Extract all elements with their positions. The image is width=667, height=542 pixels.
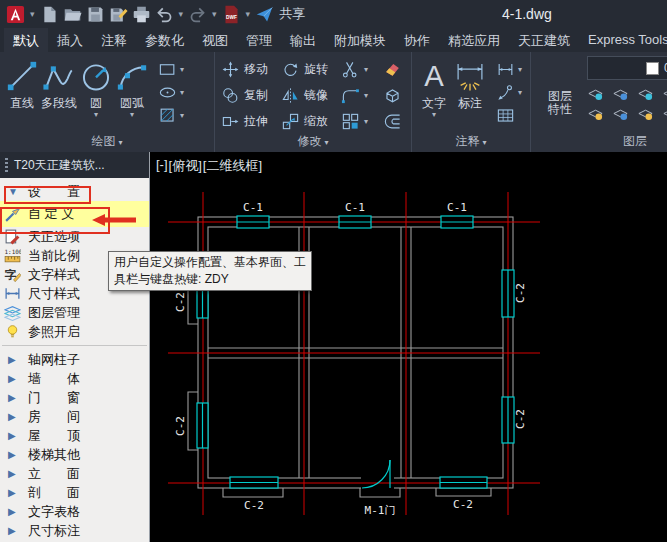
sidebar-item-text-table[interactable]: ▶文字表格 <box>0 502 149 521</box>
ribbon-tab-insert[interactable]: 插入 <box>48 28 92 52</box>
modify-stretch-button[interactable]: 拉伸 <box>221 108 281 134</box>
layer-unlock-icon[interactable] <box>662 105 667 122</box>
sidebar-item-ref-on[interactable]: 参照开启 <box>0 322 149 341</box>
dropdown-caret-icon[interactable]: ▾ <box>518 88 522 97</box>
ribbon-tab-home[interactable]: 默认 <box>4 28 48 52</box>
layer-freeze-icon[interactable] <box>637 85 654 102</box>
layer-isolate-icon[interactable] <box>612 85 629 102</box>
dropdown-caret-icon[interactable]: ▾ <box>364 91 368 100</box>
modify-offset-button[interactable] <box>383 108 409 134</box>
annotate-dim-linear-button[interactable]: ▾ <box>496 60 522 79</box>
sidebar-item-section[interactable]: ▶剖 面 <box>0 483 149 502</box>
open-folder-icon[interactable] <box>63 5 82 24</box>
dropdown-caret-icon[interactable]: ▾ <box>364 65 368 74</box>
layer-lock-icon[interactable] <box>662 85 667 102</box>
draw-circle-button[interactable]: 圆▾ <box>79 56 113 134</box>
modify-trim-button[interactable]: ▾ <box>341 56 383 82</box>
layer-on-icon[interactable] <box>587 105 604 122</box>
ribbon-tab-view[interactable]: 视图 <box>193 28 237 52</box>
sidebar-item-room[interactable]: ▶房 间 <box>0 407 149 426</box>
sidebar-item-roof[interactable]: ▶屋 顶 <box>0 426 149 445</box>
panel-label-draw[interactable]: 绘图▾ <box>0 133 214 150</box>
viewport-menu-control[interactable]: [-] <box>156 157 168 175</box>
app-logo-icon[interactable] <box>6 5 25 24</box>
triangle-right-icon: ▶ <box>8 525 20 536</box>
sidebar-title-bar[interactable]: T20天正建筑软... <box>0 152 149 178</box>
dropdown-caret-icon[interactable]: ▾ <box>432 111 436 119</box>
annotate-leader-button[interactable]: ▾ <box>496 83 522 102</box>
sidebar-item-wall[interactable]: ▶墙 体 <box>0 369 149 388</box>
new-file-icon[interactable] <box>40 5 59 24</box>
modify-explode-button[interactable] <box>383 82 409 108</box>
grip-handle-icon[interactable] <box>5 158 8 172</box>
scale-1-100-icon: 1:100 <box>4 247 21 264</box>
svg-text:1:100: 1:100 <box>5 248 21 255</box>
draw-arc-button[interactable]: 圆弧▾ <box>115 56 149 134</box>
draw-rectangle-button[interactable]: ▾ <box>158 60 184 79</box>
annotate-dimension-button[interactable]: 标注 <box>453 56 487 134</box>
layer-thaw-icon[interactable] <box>637 105 654 122</box>
draw-polyline-button[interactable]: 多段线 <box>41 56 77 134</box>
share-plane-icon[interactable] <box>255 5 274 24</box>
modify-scale-button[interactable]: 缩放 <box>281 108 341 134</box>
modify-mirror-button[interactable]: 镜像 <box>281 82 341 108</box>
draw-line-button[interactable]: 直线 <box>5 56 39 134</box>
ribbon-tab-tianzheng[interactable]: 天正建筑 <box>509 28 579 52</box>
dwf-underlay-icon[interactable]: DWF <box>222 5 241 24</box>
save-icon[interactable] <box>86 5 105 24</box>
sidebar-item-axis-grid-column[interactable]: ▶轴网柱子 <box>0 350 149 369</box>
save-as-icon[interactable] <box>109 5 128 24</box>
modify-array-button[interactable]: ▾ <box>341 108 383 134</box>
panel-label-annotate[interactable]: 注释▾ <box>412 133 530 150</box>
sidebar-item-door-window[interactable]: ▶门 窗 <box>0 388 149 407</box>
dropdown-caret-icon[interactable]: ▾ <box>180 88 184 97</box>
sidebar-item-layer-manage[interactable]: 图层管理 <box>0 303 149 322</box>
ribbon-tab-express-tools[interactable]: Express Tools <box>579 28 667 52</box>
ribbon-tab-featured-apps[interactable]: 精选应用 <box>439 28 509 52</box>
title-bar: ▾▾▾DWF▾共享 4-1.dwg <box>0 0 667 28</box>
modify-erase-button[interactable] <box>383 56 409 82</box>
mirror-icon <box>281 86 300 105</box>
dropdown-caret-icon[interactable]: ▾ <box>180 65 184 74</box>
share-label[interactable]: 共享 <box>279 5 305 23</box>
draw-ellipse-button[interactable]: ▾ <box>158 83 184 102</box>
plot-icon[interactable] <box>132 5 151 24</box>
dropdown-caret-icon[interactable]: ▾ <box>212 9 217 19</box>
sidebar-item-stairs-other[interactable]: ▶楼梯其他 <box>0 445 149 464</box>
ribbon-tab-parametric[interactable]: 参数化 <box>136 28 193 52</box>
sidebar-item-elevation[interactable]: ▶立 面 <box>0 464 149 483</box>
dropdown-caret-icon[interactable]: ▾ <box>94 111 98 119</box>
layer-properties-button[interactable]: 图层特性 <box>537 56 583 134</box>
sidebar-item-label: 尺寸样式 <box>28 285 80 303</box>
modify-move-button[interactable]: 移动 <box>221 56 281 82</box>
modify-copy-button[interactable]: 复制 <box>221 82 281 108</box>
ribbon-tab-annotate[interactable]: 注释 <box>92 28 136 52</box>
dropdown-caret-icon[interactable]: ▾ <box>364 117 368 126</box>
sidebar-item-dimension[interactable]: ▶尺寸标注 <box>0 521 149 540</box>
view-control[interactable]: [俯视] <box>169 157 202 175</box>
annotate-table-button[interactable] <box>496 106 522 125</box>
annotate-text-button[interactable]: A文字▾ <box>417 56 451 134</box>
dropdown-caret-icon[interactable]: ▾ <box>180 111 184 120</box>
ribbon-tab-addins[interactable]: 附加模块 <box>325 28 395 52</box>
draw-hatch-button[interactable]: ▾ <box>158 106 184 125</box>
visual-style-control[interactable]: [二维线框] <box>203 157 262 175</box>
svg-text:DWF: DWF <box>226 14 237 19</box>
modify-rotate-button[interactable]: 旋转 <box>281 56 341 82</box>
panel-label-modify[interactable]: 修改▾ <box>215 133 411 150</box>
drawing-canvas[interactable]: C-1 C-1 C-1 C-2 C-2 C-2 C-2 C-2 C-2 M-1门… <box>150 152 667 542</box>
dropdown-caret-icon[interactable]: ▾ <box>246 9 251 19</box>
layer-off-icon[interactable] <box>587 85 604 102</box>
dropdown-caret-icon[interactable]: ▾ <box>130 111 134 119</box>
modify-fillet-button[interactable]: ▾ <box>341 82 383 108</box>
dropdown-caret-icon[interactable]: ▾ <box>179 9 184 19</box>
dropdown-caret-icon[interactable]: ▾ <box>30 9 35 19</box>
dropdown-caret-icon[interactable]: ▾ <box>518 65 522 74</box>
layer-match-icon[interactable] <box>612 105 629 122</box>
redo-icon[interactable] <box>188 5 207 24</box>
ribbon-tab-output[interactable]: 输出 <box>281 28 325 52</box>
undo-icon[interactable] <box>155 5 174 24</box>
ribbon-tab-collaborate[interactable]: 协作 <box>395 28 439 52</box>
layer-selector[interactable]: 0 <box>587 56 667 80</box>
ribbon-tab-manage[interactable]: 管理 <box>237 28 281 52</box>
